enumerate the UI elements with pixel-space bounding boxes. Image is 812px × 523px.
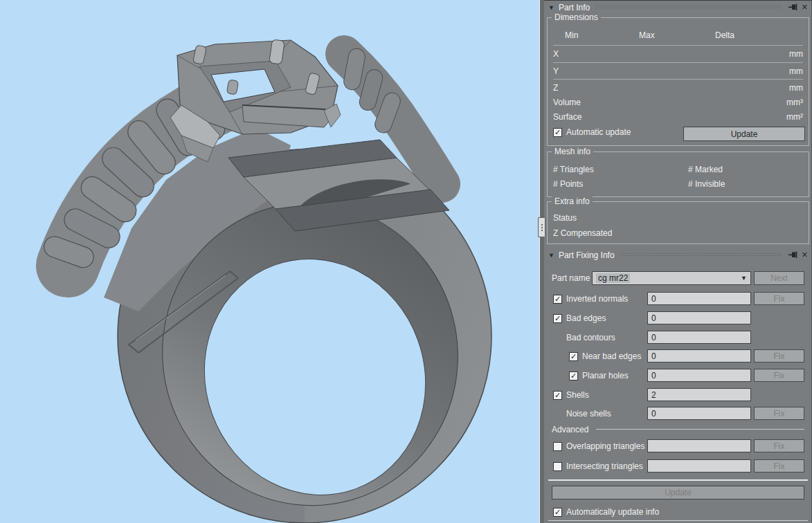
update-button[interactable]: Update (683, 127, 805, 141)
points-label: # Points (553, 179, 583, 189)
triangles-label: # Triangles (553, 165, 594, 174)
dim-unit: mm (789, 49, 803, 59)
planar-holes-label: Planar holes (582, 371, 629, 380)
intersecting-triangles-label: Intersecting triangles (566, 461, 643, 471)
part-fixing-title: Part Fixing Info (559, 250, 615, 260)
inverted-normals-checkbox[interactable]: ✓ (553, 295, 562, 304)
auto-update-info-row: ✓ Automatically update info (544, 505, 812, 519)
bad-contours-label: Bad contours (566, 333, 615, 342)
noise-shells-label: Noise shells (566, 409, 611, 419)
close-icon[interactable]: ✕ (802, 3, 808, 11)
shells-label: Shells (566, 390, 589, 400)
inverted-normals-label: Inverted normals (566, 294, 628, 304)
next-button[interactable]: Next (754, 271, 804, 285)
panel-bottom-edge (548, 520, 808, 521)
dim-row-y: Y mm (553, 64, 803, 79)
part-name-value: cg mr22 (596, 273, 630, 283)
part-name-dropdown[interactable]: cg mr22 ▼ (592, 271, 751, 285)
bad-contours-count[interactable] (647, 331, 751, 344)
overlapping-triangles-fix-button[interactable]: Fix (754, 439, 804, 452)
dim-label: Surface (553, 112, 581, 122)
overlapping-triangles-checkbox[interactable] (553, 442, 562, 451)
ring-model (0, 0, 540, 523)
dimensions-label: Dimensions (552, 12, 601, 22)
intersecting-triangles-checkbox[interactable] (553, 462, 562, 471)
collapse-icon[interactable]: ▼ (548, 252, 554, 259)
advanced-section-label-row: Advanced (544, 423, 812, 437)
bad-edges-label: Bad edges (566, 313, 606, 323)
planar-holes-fix-button[interactable]: Fix (754, 369, 804, 382)
col-delta: Delta (715, 30, 734, 40)
marked-label: # Marked (688, 165, 723, 174)
noise-shells-count[interactable] (647, 407, 751, 420)
planar-holes-checkbox[interactable]: ✓ (569, 371, 578, 380)
part-name-label: Part name (552, 273, 590, 283)
app-window: ▼ Part Info ✕ Dimensions Min Max Delta X… (0, 0, 812, 523)
part-info-title: Part Info (559, 3, 590, 12)
bad-edges-count[interactable] (647, 311, 751, 324)
dim-unit: mm² (786, 112, 803, 122)
dim-label: X (553, 49, 559, 59)
extra-info-label: Extra info (552, 196, 593, 206)
pin-icon[interactable] (788, 3, 797, 11)
inverted-normals-fix-button[interactable]: Fix (754, 292, 804, 305)
dim-label: Y (553, 66, 559, 76)
col-max: Max (639, 30, 655, 40)
separator (553, 62, 803, 63)
shells-checkbox[interactable]: ✓ (553, 391, 562, 400)
collapse-icon[interactable]: ▼ (548, 4, 554, 11)
shells-count[interactable] (647, 388, 751, 401)
automatic-update-row: ✓ Automatic update (553, 127, 631, 137)
dim-label: Volume (553, 98, 581, 107)
dim-unit: mm³ (786, 98, 803, 107)
dim-row-z: Z mm (553, 80, 803, 95)
separator (553, 79, 803, 80)
dim-unit: mm (789, 83, 803, 93)
overlapping-triangles-label: Overlapping triangles (566, 441, 644, 451)
3d-viewport[interactable] (0, 0, 540, 523)
z-compensated-label: Z Compensated (553, 228, 612, 238)
status-label: Status (553, 213, 577, 223)
pin-icon[interactable] (788, 251, 797, 259)
side-panel: ▼ Part Info ✕ Dimensions Min Max Delta X… (544, 0, 812, 523)
section-separator (548, 479, 808, 481)
intersecting-triangles-count[interactable] (647, 459, 751, 472)
dim-unit: mm (789, 66, 803, 76)
planar-holes-count[interactable] (647, 369, 751, 382)
auto-update-info-label: Automatically update info (566, 507, 659, 517)
advanced-divider (596, 429, 804, 430)
automatic-update-label: Automatic update (566, 127, 631, 137)
inverted-normals-count[interactable] (647, 292, 751, 305)
extra-info-group: Extra info Status Z Compensated (547, 201, 809, 244)
overlapping-triangles-count[interactable] (647, 439, 751, 452)
near-bad-edges-label: Near bad edges (582, 351, 641, 361)
near-bad-edges-checkbox[interactable]: ✓ (569, 352, 578, 361)
dim-row-x: X mm (553, 46, 803, 62)
col-min: Min (565, 30, 578, 40)
dimensions-group: Dimensions Min Max Delta X mm Y mm Z mm (547, 17, 809, 146)
invisible-label: # Invisible (688, 179, 725, 189)
part-fixing-header: ▼ Part Fixing Info ✕ (544, 249, 812, 261)
header-grip-texture (620, 253, 783, 257)
mesh-info-label: Mesh info (552, 147, 593, 156)
mesh-info-group: Mesh info # Triangles # Marked # Points … (547, 152, 809, 197)
separator (553, 45, 803, 46)
near-bad-edges-fix-button[interactable]: Fix (754, 349, 804, 363)
dim-row-volume: Volume mm³ (553, 95, 803, 110)
advanced-label: Advanced (552, 425, 588, 434)
part-info-header: ▼ Part Info ✕ (544, 1, 812, 13)
automatic-update-checkbox[interactable]: ✓ (553, 128, 562, 137)
chevron-down-icon: ▼ (741, 275, 747, 282)
bad-edges-checkbox[interactable]: ✓ (553, 314, 562, 323)
splitter-collapse-handle[interactable] (538, 217, 545, 237)
noise-shells-fix-button[interactable]: Fix (754, 407, 804, 420)
header-grip-texture (595, 5, 783, 10)
close-icon[interactable]: ✕ (802, 251, 808, 259)
dim-label: Z (553, 83, 558, 93)
dim-row-surface: Surface mm² (553, 109, 803, 125)
near-bad-edges-count[interactable] (647, 349, 751, 363)
intersecting-triangles-fix-button[interactable]: Fix (754, 459, 804, 472)
auto-update-info-checkbox[interactable]: ✓ (553, 508, 562, 517)
fixing-update-button[interactable]: Update (552, 486, 804, 499)
